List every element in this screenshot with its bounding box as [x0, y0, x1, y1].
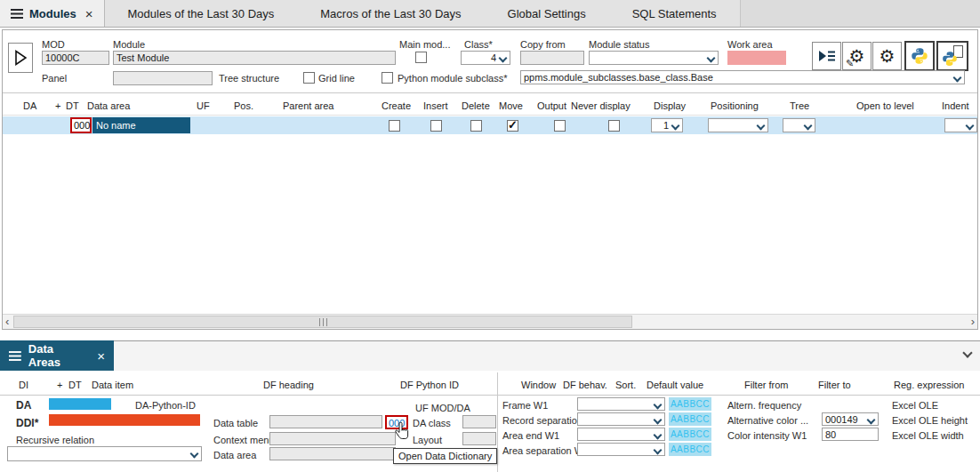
ddi-mandatory-field[interactable]: [49, 414, 200, 426]
context-menu-label: Context menu: [213, 435, 274, 445]
gear-edit-button[interactable]: ⚙✎: [842, 42, 872, 70]
python-subclass-checkbox[interactable]: [382, 72, 393, 84]
row-insert-checkbox[interactable]: [430, 120, 442, 132]
col-df-behav: DF behav.: [563, 380, 607, 390]
tree-structure-label: Tree structure: [219, 73, 279, 84]
cursor-pointer-icon: [395, 422, 409, 440]
recursive-relation-select[interactable]: [7, 446, 202, 461]
col-never-display: Never display: [571, 100, 631, 111]
record-separation-w1-color-field[interactable]: AABBCC: [669, 412, 711, 426]
data-table-field[interactable]: [269, 415, 382, 428]
tab-macros-last-30-days[interactable]: Macros of the Last 30 Days: [297, 0, 484, 27]
class-label: Class*: [464, 39, 493, 50]
row-positioning-select[interactable]: [708, 118, 768, 132]
altern-frequency-label: Altern. frequency: [727, 400, 801, 411]
col-window: Window: [521, 380, 556, 390]
da-class-field[interactable]: [462, 415, 496, 428]
col-insert: Insert: [423, 100, 448, 111]
tab-modules[interactable]: Modules ×: [0, 0, 105, 27]
tab-label: Modules of the Last 30 Days: [128, 7, 275, 20]
tab-modules-label: Modules: [29, 7, 76, 20]
grid-line-checkbox[interactable]: [303, 72, 315, 84]
area-separation-w1-select[interactable]: [577, 443, 665, 456]
row-tree-select[interactable]: [783, 118, 815, 132]
run-list-button[interactable]: [812, 42, 841, 70]
da-class-label: DA class: [413, 418, 451, 428]
settings-button[interactable]: ⚙: [872, 42, 902, 70]
row-delete-checkbox[interactable]: [470, 120, 482, 132]
add-data-item-button[interactable]: +: [57, 380, 62, 390]
scroll-right-arrow[interactable]: ›: [971, 316, 975, 327]
col-positioning: Positioning: [711, 100, 759, 111]
play-icon: [14, 50, 27, 66]
mod-label: MOD: [42, 39, 65, 50]
frame-w1-color-field[interactable]: AABBCC: [669, 397, 711, 411]
row-move-checkbox[interactable]: [507, 120, 518, 132]
tab-label: Global Settings: [508, 7, 586, 20]
scroll-left-arrow[interactable]: ‹: [5, 316, 9, 327]
tab-bar-filler: [740, 0, 980, 27]
area-end-w1-color-field[interactable]: AABBCC: [669, 428, 711, 441]
alternative-color-select[interactable]: 000149: [822, 412, 879, 426]
main-module-checkbox[interactable]: [415, 52, 427, 63]
col-display: Display: [654, 100, 686, 111]
python-subclass-select[interactable]: ppms.module_subclasses.base_class.Base: [520, 70, 965, 84]
tab-global-settings[interactable]: Global Settings: [485, 0, 609, 27]
da-key-field[interactable]: [49, 398, 111, 410]
area-end-w1-select[interactable]: [577, 428, 665, 441]
col-df-python-id: DF Python ID: [400, 380, 459, 390]
row-dt-cell[interactable]: 000: [70, 117, 92, 133]
menu-icon: [9, 351, 21, 361]
work-area-field[interactable]: [727, 51, 786, 65]
data-area-field[interactable]: [269, 447, 396, 460]
tab-modules-last-30-days[interactable]: Modules of the Last 30 Days: [105, 0, 298, 27]
frame-w1-select[interactable]: [577, 397, 665, 411]
tooltip: Open Data Dictionary: [393, 448, 497, 464]
row-display-select[interactable]: 1: [651, 118, 683, 132]
col-move: Move: [499, 100, 523, 111]
close-icon[interactable]: ×: [97, 348, 105, 364]
row-data-area-cell[interactable]: No name: [92, 117, 190, 133]
horizontal-scrollbar[interactable]: ‹ ›: [3, 314, 977, 329]
module-label: Module: [113, 39, 145, 50]
uf-mod-da-label: UF MOD/DA: [415, 403, 470, 413]
module-status-select[interactable]: [589, 51, 719, 65]
top-tab-bar: Modules × Modules of the Last 30 Days Ma…: [0, 0, 980, 28]
record-separation-w1-select[interactable]: [577, 412, 665, 426]
mod-field[interactable]: 10000C: [42, 51, 109, 65]
color-intensity-w1-field[interactable]: 80: [822, 428, 879, 441]
scrollbar-thumb[interactable]: [13, 316, 632, 328]
copy-from-label: Copy from: [520, 39, 566, 50]
col-reg-expression: Reg. expression: [894, 380, 965, 390]
app-window: Modules × Modules of the Last 30 Days Ma…: [0, 0, 980, 472]
layout-field[interactable]: [462, 432, 496, 445]
col-create: Create: [382, 100, 411, 111]
row-never-display-checkbox[interactable]: [608, 120, 620, 132]
area-separation-w1-label: Area separation W1: [502, 445, 589, 456]
col-output: Output: [537, 100, 566, 111]
context-menu-field[interactable]: [269, 432, 396, 445]
area-separation-w1-color-field[interactable]: AABBCC: [669, 443, 711, 456]
gear-icon: ⚙: [880, 47, 896, 65]
tab-data-areas[interactable]: Data Areas ×: [0, 340, 114, 371]
class-select[interactable]: 4: [461, 51, 510, 65]
row-create-checkbox[interactable]: [389, 120, 400, 132]
module-name-field[interactable]: Test Module: [113, 51, 396, 65]
python-script-button[interactable]: [904, 41, 935, 71]
panel-field[interactable]: [113, 71, 213, 85]
color-intensity-w1-label: Color intensity W1: [727, 430, 807, 441]
alternative-color-label: Alternative color ...: [727, 415, 808, 426]
add-data-area-button[interactable]: +: [55, 100, 60, 111]
area-end-w1-label: Area end W1: [502, 430, 559, 441]
copy-from-field[interactable]: [520, 51, 584, 65]
col-filter-from: Filter from: [744, 380, 789, 390]
recursive-relation-label: Recursive relation: [16, 435, 94, 445]
close-icon[interactable]: ×: [85, 6, 93, 21]
divider: [3, 115, 977, 116]
row-indent-select[interactable]: [944, 118, 977, 132]
run-module-button[interactable]: [8, 43, 33, 73]
tab-sql-statements[interactable]: SQL Statements: [609, 0, 740, 27]
python-file-button[interactable]: [936, 41, 968, 71]
col-data-item: Data item: [92, 380, 133, 390]
row-output-checkbox[interactable]: [554, 120, 566, 132]
